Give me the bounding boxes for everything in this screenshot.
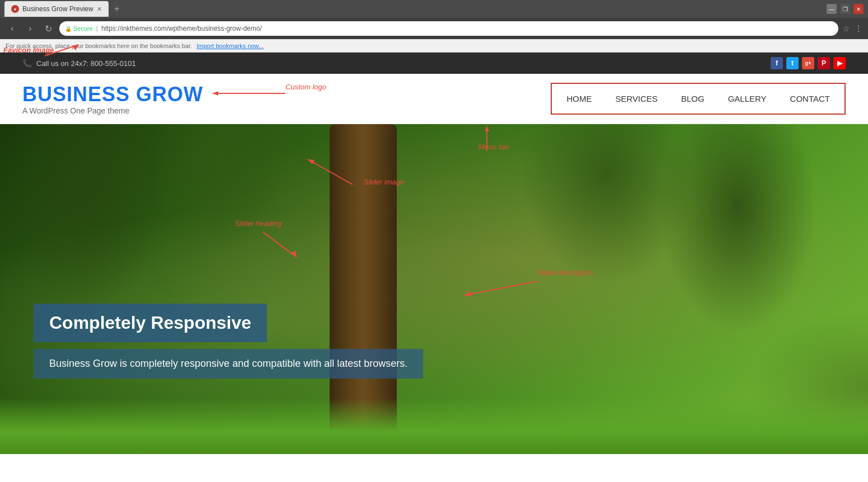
nav-menu: HOME SERVICES BLOG GALLERY CONTACT — [551, 83, 846, 115]
menu-bar-annotation: Menu bar — [478, 143, 509, 151]
menu-dots-icon[interactable]: ⋮ — [855, 24, 862, 33]
nav-gallery[interactable]: GALLERY — [725, 89, 770, 108]
back-button[interactable]: ‹ — [6, 23, 19, 34]
address-bar-row: ‹ › ↻ 🔒 Secure | https://inkthemes.com/w… — [0, 18, 868, 39]
twitter-icon[interactable]: t — [786, 57, 799, 69]
pinterest-icon[interactable]: P — [818, 57, 830, 69]
slider-image-annotation: Slider image — [364, 178, 404, 186]
logo-title[interactable]: BUSINESS GROW — [22, 83, 203, 106]
slider-heading-annotation: Slider heading — [235, 219, 281, 228]
address-bar[interactable]: 🔒 Secure | https://inkthemes.com/wptheme… — [59, 21, 838, 36]
bookmark-star-icon[interactable]: ☆ — [843, 24, 850, 33]
nav-services[interactable]: SERVICES — [612, 89, 661, 108]
custom-logo-annotation: Custom logo — [285, 83, 326, 91]
phone-info: 📞 Call us on 24x7: 800-555-0101 — [22, 59, 136, 68]
close-button[interactable]: ✕ — [853, 4, 864, 14]
ground — [0, 398, 868, 454]
tab-favicon-icon: ● — [11, 5, 19, 13]
tab-title: Business Grow Preview — [22, 5, 93, 13]
window-controls: — ❐ ✕ — [827, 4, 864, 14]
new-tab-button[interactable]: + — [110, 2, 124, 16]
import-bookmarks-link[interactable]: Import bookmarks now... — [196, 42, 264, 49]
website-content: 📞 Call us on 24x7: 800-555-0101 f t g+ P… — [0, 53, 868, 454]
nav-contact[interactable]: CONTACT — [787, 89, 833, 108]
phone-icon: 📞 — [22, 59, 32, 68]
browser-tab[interactable]: ● Business Grow Preview ✕ — [4, 1, 109, 17]
slider-description-annotation: Slider description — [537, 268, 593, 277]
nav-blog[interactable]: BLOG — [678, 89, 708, 108]
phone-label: Call us on 24x7: 800-555-0101 — [36, 59, 136, 68]
secure-badge: 🔒 Secure — [65, 25, 93, 32]
favicon-annotation: Favicon Image — [3, 46, 54, 54]
slider-description: Business Grow is completely responsive a… — [49, 358, 407, 369]
logo-subtitle: A WordPress One Page theme — [22, 106, 203, 115]
refresh-button[interactable]: ↻ — [41, 23, 55, 34]
url-text: https://inkthemes.com/wptheme/business-g… — [101, 25, 262, 32]
minimize-button[interactable]: — — [827, 4, 837, 14]
slider-description-box: Business Grow is completely responsive a… — [34, 349, 423, 379]
nav-home[interactable]: HOME — [563, 89, 595, 108]
title-bar: ● Business Grow Preview ✕ + — ❐ ✕ — [0, 0, 868, 18]
hero-slider: Completely Responsive Business Grow is c… — [0, 124, 868, 454]
facebook-icon[interactable]: f — [771, 57, 783, 69]
logo-nav-bar: BUSINESS GROW A WordPress One Page theme… — [0, 74, 868, 124]
slider-heading: Completely Responsive — [49, 313, 251, 333]
forward-button[interactable]: › — [24, 23, 37, 34]
youtube-icon[interactable]: ▶ — [833, 57, 846, 69]
slider-heading-box: Completely Responsive — [34, 304, 267, 342]
maximize-button[interactable]: ❐ — [840, 4, 850, 14]
top-bar: 📞 Call us on 24x7: 800-555-0101 f t g+ P… — [0, 53, 868, 74]
google-plus-icon[interactable]: g+ — [802, 57, 814, 69]
logo-area: BUSINESS GROW A WordPress One Page theme — [22, 83, 203, 115]
bookmarks-bar: For quick access, place your bookmarks h… — [0, 39, 868, 53]
lock-icon: 🔒 — [65, 26, 72, 32]
url-separator: | — [96, 25, 98, 32]
secure-label: Secure — [73, 25, 93, 32]
social-icons: f t g+ P ▶ — [771, 57, 846, 69]
tab-close-button[interactable]: ✕ — [97, 6, 102, 13]
